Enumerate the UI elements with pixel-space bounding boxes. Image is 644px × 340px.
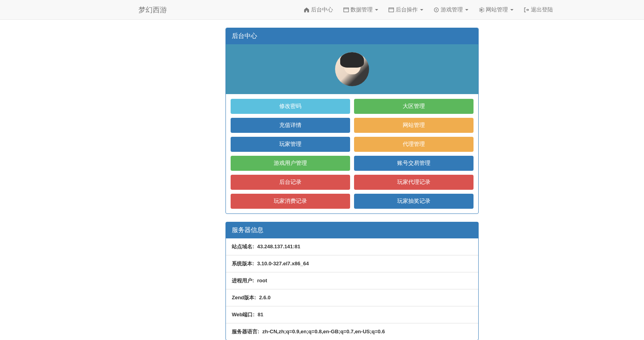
server-info-list: 站点域名: 43.248.137.141:81 系统版本: 3.10.0-327… — [226, 238, 478, 340]
server-item-label: Web端口: — [232, 312, 255, 317]
player-agent-log-button[interactable]: 玩家代理记录 — [354, 175, 474, 190]
crosshair-icon — [434, 7, 439, 13]
player-manage-button[interactable]: 玩家管理 — [231, 137, 350, 152]
nav-logout[interactable]: 退出登陆 — [520, 3, 557, 17]
gear-icon — [479, 7, 484, 13]
recharge-detail-button[interactable]: 充值详情 — [231, 118, 350, 133]
server-item-value: 2.6.0 — [259, 295, 271, 300]
nav-logout-label: 退出登陆 — [531, 6, 553, 13]
nav-backend-label: 后台操作 — [396, 6, 418, 13]
server-info-item: Web端口: 81 — [226, 306, 478, 323]
navbar: 梦幻西游 后台中心 数据管理 后台操作 游戏管理 — [0, 0, 644, 20]
server-info-item: 系统版本: 3.10.0-327.el7.x86_64 — [226, 255, 478, 272]
caret-icon — [375, 9, 378, 11]
server-item-label: 系统版本: — [232, 261, 254, 266]
zone-manage-button[interactable]: 大区管理 — [354, 99, 474, 114]
caret-icon — [420, 9, 423, 11]
modify-password-button[interactable]: 修改密码 — [231, 99, 350, 114]
nav-game-label: 游戏管理 — [441, 6, 463, 13]
player-consume-log-button[interactable]: 玩家消费记录 — [231, 194, 350, 209]
panel-body: 修改密码 大区管理 充值详情 网站管理 玩家管理 代理管理 游戏用户管理 账号交… — [226, 44, 478, 213]
window-icon — [388, 7, 394, 13]
dashboard-panel: 后台中心 修改密码 大区管理 充值详情 网站管理 玩家管理 代理管理 游戏用户管… — [225, 28, 479, 214]
server-item-value: root — [257, 278, 267, 283]
server-item-value: 3.10.0-327.el7.x86_64 — [257, 261, 309, 266]
svg-rect-0 — [344, 8, 349, 12]
server-info-item: 进程用户: root — [226, 272, 478, 289]
server-info-item: 站点域名: 43.248.137.141:81 — [226, 238, 478, 255]
server-item-value: 81 — [258, 312, 263, 317]
nav-data[interactable]: 数据管理 — [339, 3, 382, 17]
nav-site[interactable]: 网站管理 — [475, 3, 517, 17]
main-container: 后台中心 修改密码 大区管理 充值详情 网站管理 玩家管理 代理管理 游戏用户管… — [220, 28, 485, 340]
svg-point-5 — [436, 9, 437, 10]
panel-title: 后台中心 — [226, 28, 478, 44]
nav-backend[interactable]: 后台操作 — [385, 3, 427, 17]
brand-title: 梦幻西游 — [8, 5, 167, 15]
server-item-label: 服务器语言: — [232, 329, 259, 334]
site-manage-button[interactable]: 网站管理 — [354, 118, 474, 133]
button-grid: 修改密码 大区管理 充值详情 网站管理 玩家管理 代理管理 游戏用户管理 账号交… — [226, 94, 478, 213]
server-info-item: 服务器语言: zh-CN,zh;q=0.9,en;q=0.8,en-GB;q=0… — [226, 323, 478, 340]
nav-game[interactable]: 游戏管理 — [430, 3, 472, 17]
window-icon — [343, 7, 349, 13]
logout-icon — [524, 7, 529, 13]
server-item-value: zh-CN,zh;q=0.9,en;q=0.8,en-GB;q=0.7,en-U… — [262, 329, 385, 334]
caret-icon — [510, 9, 513, 11]
server-item-value: 43.248.137.141:81 — [257, 244, 300, 249]
server-item-label: 站点域名: — [232, 244, 254, 249]
avatar-section — [226, 44, 478, 94]
agent-manage-button[interactable]: 代理管理 — [354, 137, 474, 152]
server-item-label: Zend版本: — [232, 295, 256, 300]
server-item-label: 进程用户: — [232, 278, 254, 283]
nav-data-label: 数据管理 — [350, 6, 373, 13]
user-avatar — [335, 52, 369, 86]
svg-point-6 — [481, 9, 482, 11]
nav-site-label: 网站管理 — [486, 6, 508, 13]
server-panel-title: 服务器信息 — [226, 222, 478, 238]
nav-menu: 后台中心 数据管理 后台操作 游戏管理 网站管 — [300, 3, 636, 17]
nav-home[interactable]: 后台中心 — [300, 3, 337, 17]
player-lottery-log-button[interactable]: 玩家抽奖记录 — [354, 194, 474, 209]
account-trade-manage-button[interactable]: 账号交易管理 — [354, 156, 474, 171]
svg-rect-2 — [389, 8, 394, 12]
game-user-manage-button[interactable]: 游戏用户管理 — [231, 156, 350, 171]
server-info-panel: 服务器信息 站点域名: 43.248.137.141:81 系统版本: 3.10… — [225, 222, 479, 340]
server-info-item: Zend版本: 2.6.0 — [226, 289, 478, 306]
caret-icon — [465, 9, 468, 11]
nav-home-label: 后台中心 — [311, 6, 333, 13]
home-icon — [304, 7, 309, 13]
backend-log-button[interactable]: 后台记录 — [231, 175, 350, 190]
